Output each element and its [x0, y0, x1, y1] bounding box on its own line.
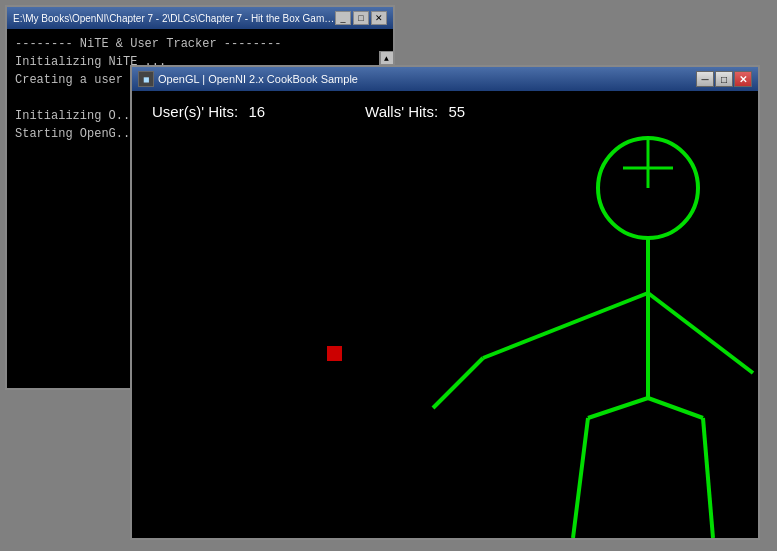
users-hits-text: User(s)' Hits: — [152, 103, 238, 120]
stick-figure-left-arm — [483, 293, 648, 358]
console-minimize-button[interactable]: _ — [335, 11, 351, 25]
opengl-window: ◼ OpenGL | OpenNI 2.x CookBook Sample ─ … — [130, 65, 760, 540]
console-line-1: -------- NiTE & User Tracker -------- — [15, 35, 373, 53]
stick-figure-right-leg — [703, 418, 713, 538]
stick-figure — [418, 108, 758, 538]
opengl-icon-label: ◼ — [143, 75, 150, 84]
console-maximize-button[interactable]: □ — [353, 11, 369, 25]
users-hits-value: 16 — [248, 103, 265, 120]
console-close-button[interactable]: ✕ — [371, 11, 387, 25]
opengl-game-canvas: User(s)' Hits: 16 Walls' Hits: 55 — [132, 91, 758, 538]
opengl-maximize-button[interactable]: □ — [715, 71, 733, 87]
console-title: E:\My Books\OpenNI\Chapter 7 - 2\DLCs\Ch… — [13, 13, 335, 24]
console-window-controls: _ □ ✕ — [335, 11, 387, 25]
stick-figure-left-leg — [573, 418, 588, 538]
console-titlebar: E:\My Books\OpenNI\Chapter 7 - 2\DLCs\Ch… — [7, 7, 393, 29]
stick-figure-right-hip — [648, 398, 703, 418]
opengl-title: OpenGL | OpenNI 2.x CookBook Sample — [158, 73, 696, 85]
red-box-game-object — [327, 346, 342, 361]
stick-figure-left-hip — [588, 398, 648, 418]
opengl-app-icon: ◼ — [138, 71, 154, 87]
opengl-window-controls: ─ □ ✕ — [696, 71, 752, 87]
opengl-close-button[interactable]: ✕ — [734, 71, 752, 87]
scroll-up-arrow[interactable]: ▲ — [380, 51, 394, 65]
stick-figure-right-arm — [648, 293, 753, 373]
stick-figure-left-forearm — [433, 358, 483, 408]
users-hits-label: User(s)' Hits: 16 — [152, 103, 265, 120]
opengl-minimize-button[interactable]: ─ — [696, 71, 714, 87]
opengl-titlebar: ◼ OpenGL | OpenNI 2.x CookBook Sample ─ … — [132, 67, 758, 91]
